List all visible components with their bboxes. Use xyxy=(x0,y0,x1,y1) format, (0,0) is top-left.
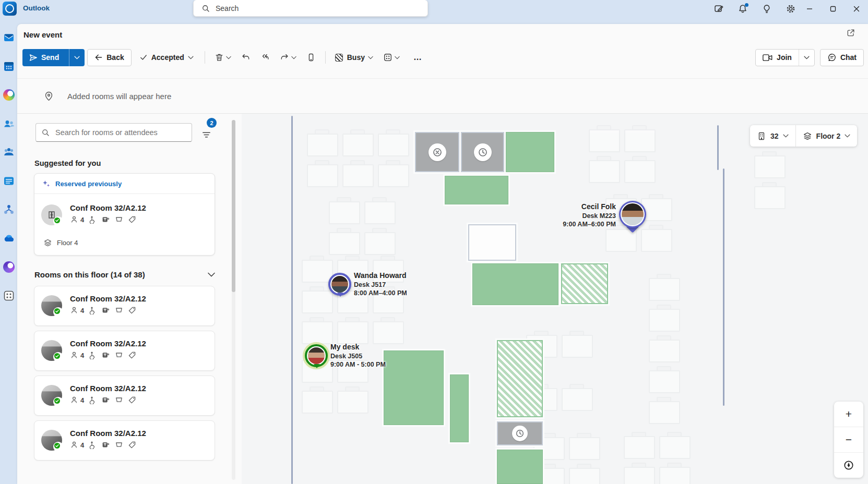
accessible-icon xyxy=(89,351,97,359)
rooms-on-floor-header[interactable]: Rooms on this floor (14 of 38) xyxy=(34,270,215,279)
room-card[interactable]: Conf Room 32/A2.12 4 xyxy=(34,420,215,461)
close-button[interactable] xyxy=(845,0,868,17)
join-split-button: Join xyxy=(755,49,815,66)
desk xyxy=(754,155,786,178)
person-name: Wanda Howard xyxy=(354,271,407,281)
global-search-input[interactable] xyxy=(215,4,405,13)
mail-icon[interactable] xyxy=(2,31,15,44)
room-scheduled[interactable] xyxy=(461,132,504,172)
room-name: Conf Room 32/A2.12 xyxy=(70,203,146,212)
room-card[interactable]: Conf Room 32/A2.12 4 xyxy=(34,376,215,416)
tips-lightbulb-icon[interactable] xyxy=(762,4,772,14)
calendar-icon[interactable] xyxy=(2,59,15,72)
maximize-button[interactable] xyxy=(821,0,845,17)
rooms-search[interactable] xyxy=(35,123,192,142)
send-options-chevron[interactable] xyxy=(69,49,85,66)
phone-icon[interactable] xyxy=(303,49,319,66)
desk xyxy=(378,134,409,156)
desk xyxy=(659,436,691,459)
person-desk: Desk J517 xyxy=(354,281,407,289)
room-feature-icons: 4 xyxy=(70,396,146,404)
rooms-search-input[interactable] xyxy=(54,128,186,137)
room-card[interactable]: Conf Room 32/A2.12 4 xyxy=(34,331,215,371)
filter-button[interactable] xyxy=(197,127,215,142)
join-options-chevron[interactable] xyxy=(799,50,814,66)
copilot-icon[interactable] xyxy=(2,88,15,101)
undo-all-icon[interactable] xyxy=(257,49,274,66)
send-button[interactable]: Send xyxy=(22,49,65,66)
join-button[interactable]: Join xyxy=(756,53,799,62)
back-button[interactable]: Back xyxy=(87,49,131,66)
desk xyxy=(364,232,396,255)
zoom-in-button[interactable]: + xyxy=(834,402,863,427)
accepted-dropdown[interactable]: Accepted xyxy=(134,49,199,66)
toolbar-overflow-button[interactable]: … xyxy=(406,53,430,62)
open-in-new-window-icon[interactable] xyxy=(846,28,858,40)
desk xyxy=(364,201,396,224)
building-selector[interactable]: 32 xyxy=(750,125,795,147)
room-card[interactable]: Conf Room 32/A2.12 4 xyxy=(34,286,215,326)
room-clock-icon xyxy=(474,143,492,161)
panel-scrollbar-thumb[interactable] xyxy=(232,120,235,292)
undo-icon[interactable] xyxy=(237,49,254,66)
send-label: Send xyxy=(41,53,59,62)
desk xyxy=(754,186,786,209)
redo-dropdown[interactable] xyxy=(276,49,300,66)
room-available[interactable] xyxy=(445,176,508,204)
todo-icon[interactable] xyxy=(2,174,15,187)
person-pin-wanda-howard[interactable] xyxy=(328,273,351,296)
accessible-icon xyxy=(89,441,97,449)
send-split-button[interactable]: Send xyxy=(22,49,85,66)
room-reservable-hatched[interactable] xyxy=(497,340,543,417)
room-photo-avatar xyxy=(41,295,62,316)
room-scheduled[interactable] xyxy=(497,421,543,445)
room-unavailable[interactable] xyxy=(415,132,459,172)
event-toolbar: Send Back Accepted xyxy=(22,46,864,69)
tag-icon xyxy=(128,396,136,404)
desk xyxy=(649,370,680,393)
zoom-out-button[interactable]: − xyxy=(834,427,863,453)
loop-icon[interactable] xyxy=(2,260,15,273)
org-explorer-icon[interactable] xyxy=(2,203,15,216)
reserved-previously-row[interactable]: Reserved previously xyxy=(34,174,215,194)
desk xyxy=(373,321,404,344)
suggested-room-card[interactable]: Reserved previously Conf Room 32/A2.12 4 xyxy=(34,173,215,256)
minimize-button[interactable] xyxy=(798,0,821,17)
person-pin-cecil-folk[interactable] xyxy=(619,201,646,228)
global-search[interactable] xyxy=(193,0,428,17)
desk xyxy=(589,160,620,183)
room-available[interactable] xyxy=(450,374,469,442)
floor-selector[interactable]: Floor 2 xyxy=(796,125,858,147)
categorize-dropdown[interactable] xyxy=(379,49,403,66)
room-available[interactable] xyxy=(384,350,444,425)
my-desk-pin[interactable] xyxy=(305,344,328,367)
room-available[interactable] xyxy=(472,263,558,305)
panel-scrollbar[interactable] xyxy=(232,120,235,480)
busy-pattern-icon xyxy=(335,54,343,62)
rooms-on-floor-label: Rooms on this floor (14 of 38) xyxy=(34,270,145,279)
person-label: Wanda Howard Desk J517 8:00 AM–4:00 PM xyxy=(354,271,407,297)
avatar xyxy=(622,203,644,225)
feedback-icon[interactable] xyxy=(714,4,724,14)
room-reservable-hatched[interactable] xyxy=(561,263,608,304)
reserved-previously-label: Reserved previously xyxy=(55,180,122,188)
settings-gear-icon[interactable] xyxy=(786,4,796,14)
people-icon[interactable] xyxy=(2,117,15,130)
room-unavailable-icon xyxy=(429,143,446,161)
desk xyxy=(649,309,680,332)
locate-me-button[interactable] xyxy=(834,453,863,478)
capacity-count: 4 xyxy=(80,352,84,359)
room-available[interactable] xyxy=(506,132,554,172)
more-apps-icon[interactable] xyxy=(2,289,15,302)
groups-icon[interactable] xyxy=(2,146,15,159)
chat-button[interactable]: Chat xyxy=(820,49,864,66)
room-available[interactable] xyxy=(497,450,543,484)
busy-status-dropdown[interactable]: Busy xyxy=(331,49,377,66)
notifications-bell-icon[interactable] xyxy=(738,4,748,14)
room-outline[interactable] xyxy=(468,224,516,261)
onedrive-icon[interactable] xyxy=(2,232,15,245)
available-check-icon xyxy=(53,442,63,452)
capacity-count: 4 xyxy=(80,396,84,404)
desk xyxy=(569,468,600,484)
delete-dropdown[interactable] xyxy=(211,49,235,66)
